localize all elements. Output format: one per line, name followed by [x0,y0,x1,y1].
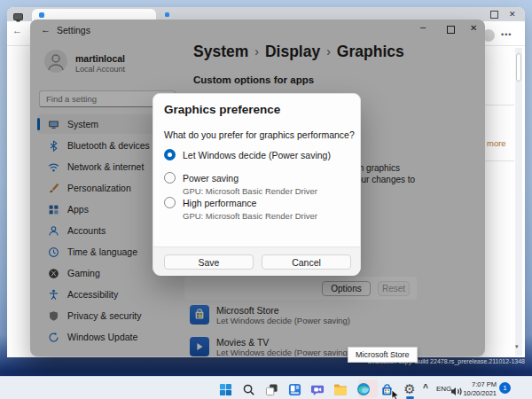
search-icon[interactable] [239,380,257,398]
page-divider [484,105,514,106]
new-tab-icon[interactable] [165,12,169,17]
tab-favicon-icon [39,12,44,18]
radio-option-power-saving[interactable]: Power saving [164,172,239,184]
edge-close-icon[interactable]: ✕ [509,8,516,20]
task-view-icon[interactable] [262,380,280,398]
radio-label: High performance [183,198,256,208]
edge-restore-icon[interactable] [490,11,498,19]
radio-selected-icon[interactable] [164,149,176,160]
edge-scrollbar-thumb[interactable] [516,53,521,82]
edge-scrollbar[interactable] [515,48,522,356]
cancel-button[interactable]: Cancel [262,254,351,270]
time: 7:07 PM [459,380,497,389]
settings-window: ← Settings – ✕ martinlocal Local Account… [30,20,485,356]
start-button[interactable] [216,380,234,398]
dialog-question: What do you prefer for graphics performa… [164,129,355,140]
page-divider [484,160,514,161]
edge-icon[interactable] [355,380,372,398]
date: 10/20/2021 [459,389,497,398]
save-button[interactable]: Save [164,254,254,270]
language-indicator[interactable]: ENG [436,385,451,393]
mouse-cursor-icon [391,388,400,399]
file-explorer-icon[interactable] [332,380,349,398]
radio-option-high-performance[interactable]: High performance [164,197,256,208]
chat-icon[interactable] [309,380,326,398]
radio-unselected-icon[interactable] [164,172,176,184]
edge-back-icon[interactable]: ← [12,25,22,35]
tab-actions-icon[interactable] [13,10,23,19]
taskbar-tooltip: Microsoft Store [348,347,418,363]
radio-unselected-icon[interactable] [164,197,176,208]
radio-option-let-windows-decide[interactable]: Let Windows decide (Power saving) [164,149,331,160]
edge-menu-icon[interactable]: ••• [501,30,512,39]
page-more-link[interactable]: more [487,138,506,148]
radio-label: Let Windows decide (Power saving) [183,150,331,160]
notification-badge[interactable]: 1 [499,382,511,394]
settings-open-indicator [406,396,414,399]
gpu-detail: GPU: Microsoft Basic Render Driver [183,186,317,196]
graphics-preference-dialog: Graphics preference What do you prefer f… [153,93,361,275]
radio-label: Power saving [183,173,239,184]
edge-scroll-down-icon[interactable]: ▾ [515,343,519,350]
clock[interactable]: 7:07 PM 10/20/2021 [459,380,497,397]
tray-chevron-icon[interactable]: ^ [423,383,428,393]
dialog-title: Graphics preference [164,103,280,116]
taskbar: ⚙ ^ ENG 7:07 PM 10/20/2021 1 [0,376,532,399]
gpu-detail: GPU: Microsoft Basic Render Driver [183,211,317,221]
widgets-icon[interactable] [286,380,303,398]
dialog-footer: Save Cancel [153,246,360,276]
settings-taskbar-icon[interactable]: ⚙ [401,380,419,398]
